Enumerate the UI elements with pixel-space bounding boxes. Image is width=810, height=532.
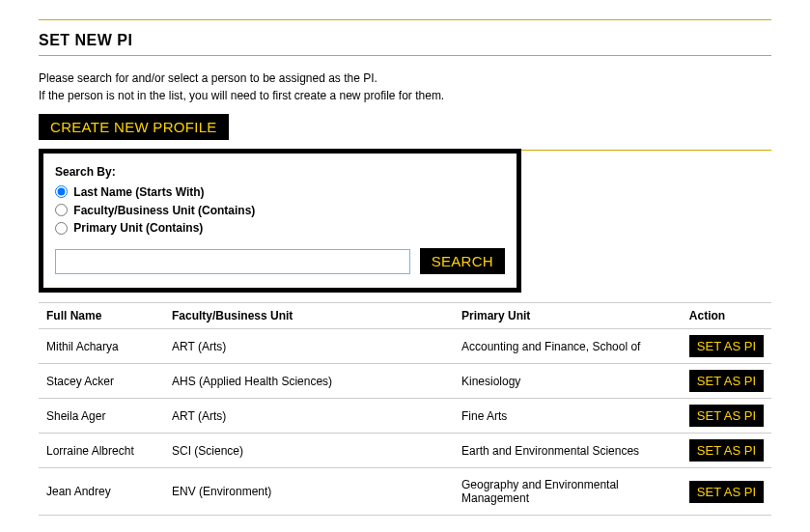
search-radio-primary-label: Primary Unit (Contains) (73, 221, 203, 235)
table-row: Jean AndreyENV (Environment)Geography an… (39, 468, 771, 516)
results-table: Full Name Faculty/Business Unit Primary … (39, 302, 771, 516)
search-radio-primary[interactable] (55, 222, 68, 235)
header-fullname: Full Name (39, 303, 164, 329)
search-panel: Search By: Last Name (Starts With) Facul… (39, 149, 521, 293)
cell-fullname: Lorraine Albrecht (39, 434, 164, 468)
cell-primary: Accounting and Finance, School of (454, 329, 682, 364)
search-option-faculty[interactable]: Faculty/Business Unit (Contains) (55, 203, 505, 217)
table-row: Lorraine AlbrechtSCI (Science)Earth and … (39, 434, 771, 468)
cell-action: SET AS PI (682, 329, 771, 364)
table-row: Mithil AcharyaART (Arts)Accounting and F… (39, 329, 771, 364)
search-by-label: Search By: (55, 165, 505, 179)
search-input[interactable] (55, 249, 410, 274)
set-as-pi-button[interactable]: SET AS PI (689, 481, 764, 503)
table-row: Sheila AgerART (Arts)Fine ArtsSET AS PI (39, 399, 771, 434)
cell-faculty: SCI (Science) (164, 434, 454, 468)
results-header-row: Full Name Faculty/Business Unit Primary … (39, 303, 771, 329)
search-option-primary[interactable]: Primary Unit (Contains) (55, 221, 505, 236)
set-as-pi-button[interactable]: SET AS PI (689, 335, 764, 357)
search-radio-lastname[interactable] (55, 185, 68, 198)
set-as-pi-button[interactable]: SET AS PI (689, 370, 764, 392)
set-as-pi-button[interactable]: SET AS PI (689, 439, 764, 462)
cell-primary: Fine Arts (454, 399, 682, 434)
cell-faculty: ENV (Environment) (164, 468, 454, 516)
cell-action: SET AS PI (682, 364, 771, 399)
create-new-profile-button[interactable]: CREATE NEW PROFILE (39, 114, 229, 140)
header-primary: Primary Unit (454, 303, 682, 329)
cell-faculty: ART (Arts) (164, 399, 454, 434)
results-body: Mithil AcharyaART (Arts)Accounting and F… (39, 329, 771, 516)
cell-fullname: Jean Andrey (39, 468, 164, 516)
instructions: Please search for and/or select a person… (39, 70, 771, 104)
cell-primary: Earth and Environmental Sciences (454, 434, 682, 468)
search-radio-lastname-label: Last Name (Starts With) (73, 185, 204, 199)
cell-action: SET AS PI (682, 468, 771, 516)
cell-faculty: ART (Arts) (164, 329, 454, 364)
instructions-line2: If the person is not in the list, you wi… (39, 89, 444, 102)
section-divider-top (39, 19, 771, 20)
search-radio-faculty-label: Faculty/Business Unit (Contains) (73, 204, 255, 217)
cell-fullname: Sheila Ager (39, 399, 164, 434)
cell-action: SET AS PI (682, 434, 771, 468)
page-title: SET NEW PI (39, 32, 771, 49)
cell-primary: Kinesiology (454, 364, 682, 399)
cell-faculty: AHS (Applied Health Sciences) (164, 364, 454, 399)
cell-fullname: Stacey Acker (39, 364, 164, 399)
section-divider-bottom (39, 55, 771, 56)
cell-primary: Geography and Environmental Management (454, 468, 682, 516)
table-row: Stacey AckerAHS (Applied Health Sciences… (39, 364, 771, 399)
search-option-lastname[interactable]: Last Name (Starts With) (55, 184, 505, 199)
header-faculty: Faculty/Business Unit (164, 303, 454, 329)
cell-action: SET AS PI (682, 399, 771, 434)
search-button[interactable]: SEARCH (420, 248, 505, 274)
header-action: Action (682, 303, 771, 329)
instructions-line1: Please search for and/or select a person… (39, 71, 377, 85)
search-radio-faculty[interactable] (55, 204, 68, 216)
set-as-pi-button[interactable]: SET AS PI (689, 405, 764, 427)
cell-fullname: Mithil Acharya (39, 329, 164, 364)
